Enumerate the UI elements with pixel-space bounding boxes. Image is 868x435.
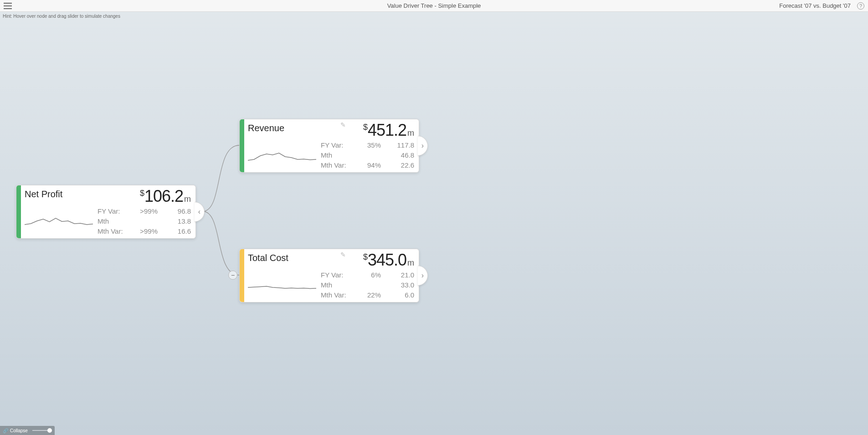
node-value: $106.2m	[98, 188, 191, 205]
help-icon[interactable]: ?	[857, 2, 864, 10]
sparkline	[25, 215, 93, 233]
minus-operator-icon: −	[228, 271, 237, 280]
sparkline	[248, 148, 316, 167]
node-total-cost[interactable]: ✎ Total Cost $345.0m FY Var:6%21.0 Mth33…	[239, 249, 419, 302]
collapse-label: Collapse	[10, 428, 28, 433]
collapse-chevron-icon[interactable]: ‹	[195, 202, 205, 222]
node-title: Net Profit	[25, 189, 93, 200]
sparkline	[248, 278, 316, 297]
node-net-profit[interactable]: Net Profit $106.2m FY Var:>99%96.8 Mth13…	[16, 185, 196, 239]
status-stripe	[16, 185, 21, 238]
collapse-bar[interactable]: 🔗 Collapse	[0, 426, 55, 435]
node-value: $345.0m	[321, 252, 414, 268]
collapse-icon: 🔗	[3, 428, 8, 433]
page-title: Value Driver Tree - Simple Example	[387, 2, 481, 9]
node-title: Revenue	[248, 123, 316, 133]
header-bar: Value Driver Tree - Simple Example Forec…	[0, 0, 868, 12]
status-stripe	[240, 119, 244, 172]
node-title: Total Cost	[248, 253, 316, 263]
status-stripe	[240, 249, 244, 302]
comparison-label: Forecast '07 vs. Budget '07	[779, 2, 851, 9]
tree-canvas[interactable]: Net Profit $106.2m FY Var:>99%96.8 Mth13…	[0, 12, 868, 435]
zoom-slider[interactable]	[32, 430, 52, 431]
node-revenue[interactable]: ✎ Revenue $451.2m FY Var:35%117.8 Mth46.…	[239, 119, 419, 173]
expand-chevron-icon[interactable]: ›	[418, 136, 428, 156]
menu-icon[interactable]	[4, 3, 12, 9]
slider-knob[interactable]	[47, 428, 52, 433]
expand-chevron-icon[interactable]: ›	[418, 266, 428, 286]
node-metrics: FY Var:35%117.8 Mth46.8 Mth Var:94%22.6	[321, 140, 414, 170]
node-value: $451.2m	[321, 122, 414, 138]
node-metrics: FY Var:>99%96.8 Mth13.8 Mth Var:>99%16.6	[98, 206, 191, 236]
node-metrics: FY Var:6%21.0 Mth33.0 Mth Var:22%6.0	[321, 270, 414, 300]
edit-icon[interactable]: ✎	[340, 121, 346, 128]
edit-icon[interactable]: ✎	[340, 251, 346, 258]
